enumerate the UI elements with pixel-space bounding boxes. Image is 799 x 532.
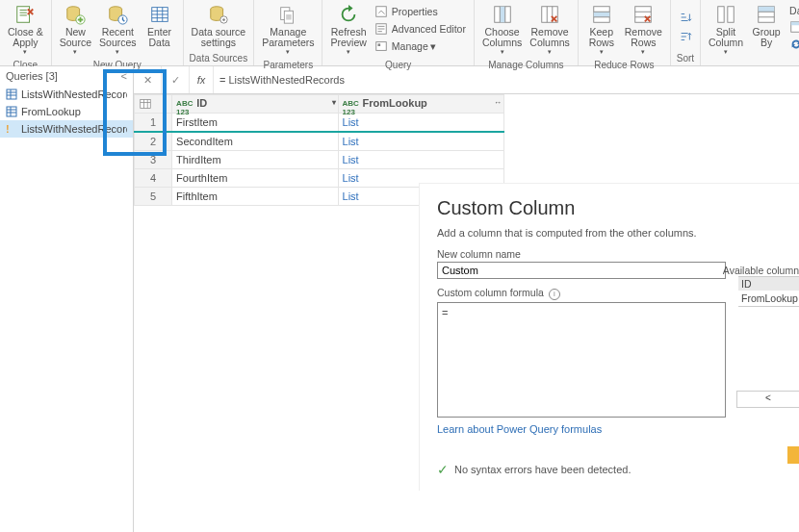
formula-text[interactable]: = ListsWithNestedRecords bbox=[214, 74, 799, 86]
collapse-pane-icon[interactable]: < bbox=[121, 70, 127, 82]
column-header-fromlookup-label: FromLookup bbox=[363, 97, 427, 109]
split-column-button[interactable]: SplitColumn ▾ bbox=[705, 2, 747, 58]
manage-parameters-icon bbox=[277, 4, 298, 25]
ribbon-group-sort: Sort bbox=[671, 0, 701, 65]
manage-label: Manage bbox=[392, 40, 428, 52]
type-icon-any: ABC123 bbox=[343, 99, 360, 111]
query-item[interactable]: !ListsWithNestedRecords (2) bbox=[0, 120, 133, 138]
recent-sources-button[interactable]: RecentSources ▾ bbox=[95, 2, 141, 58]
formula-label: Custom column formula i bbox=[437, 287, 782, 300]
table-corner[interactable] bbox=[135, 95, 172, 114]
ribbon-group-close: Close &Apply ▾ Close bbox=[0, 0, 52, 65]
table-icon bbox=[6, 106, 17, 117]
svg-rect-23 bbox=[728, 7, 734, 23]
queries-pane-title: Queries [3] bbox=[6, 70, 58, 82]
new-column-name-input[interactable] bbox=[437, 262, 726, 279]
available-columns-label: Available column bbox=[723, 265, 799, 276]
row-number: 5 bbox=[135, 188, 172, 206]
data-type-button[interactable]: Data Type: Any ▾ bbox=[787, 4, 799, 17]
cell-id[interactable]: ThirdItem bbox=[172, 151, 338, 169]
ribbon-group-sort-label: Sort bbox=[671, 53, 700, 65]
info-icon[interactable]: i bbox=[549, 289, 560, 300]
close-icon: ✕ bbox=[143, 74, 152, 87]
sort-asc-icon bbox=[679, 11, 692, 24]
table-row[interactable]: 1FirstItemList bbox=[135, 114, 504, 133]
choose-columns-button[interactable]: ChooseColumns ▾ bbox=[478, 2, 526, 58]
available-column-item[interactable]: ID bbox=[738, 277, 799, 291]
row-number: 2 bbox=[135, 132, 172, 151]
svg-rect-36 bbox=[141, 100, 151, 109]
column-header-fromlookup[interactable]: ABC123 FromLookup ↔ bbox=[338, 95, 503, 114]
remove-columns-icon bbox=[539, 4, 560, 25]
column-filter-dropdown[interactable]: ▾ bbox=[332, 98, 336, 107]
formula-cancel-button[interactable]: ✕ bbox=[134, 66, 162, 93]
formula-commit-button[interactable]: ✓ bbox=[162, 66, 190, 93]
choose-columns-icon bbox=[492, 4, 513, 25]
svg-rect-20 bbox=[594, 12, 610, 17]
data-source-settings-button[interactable]: Data sourcesettings bbox=[188, 2, 250, 51]
replace-values-icon bbox=[789, 38, 799, 51]
first-row-headers-button[interactable]: Use First Row as Headers ▾ bbox=[787, 19, 799, 35]
query-item[interactable]: FromLookup bbox=[0, 103, 133, 120]
cell-id[interactable]: FirstItem bbox=[172, 114, 338, 133]
cell-id[interactable]: FourthItem bbox=[172, 169, 338, 188]
refresh-icon bbox=[338, 4, 359, 25]
ribbon-group-reduce-rows: KeepRows ▾ RemoveRows ▾ Reduce Rows bbox=[579, 0, 671, 65]
table-row[interactable]: 3ThirdItemList bbox=[135, 151, 504, 169]
learn-link[interactable]: Learn about Power Query formulas bbox=[437, 423, 602, 435]
first-row-headers-icon bbox=[789, 20, 799, 34]
query-item[interactable]: ListsWithNestedRecords bbox=[0, 86, 133, 103]
advanced-editor-button[interactable]: Advanced Editor bbox=[373, 21, 468, 37]
enter-data-button[interactable]: EnterData bbox=[141, 2, 179, 58]
cell-fromlookup[interactable]: List bbox=[338, 151, 503, 169]
remove-rows-label: RemoveRows bbox=[625, 27, 662, 48]
ribbon-group-data-sources-label: Data Sources bbox=[184, 53, 254, 65]
manage-button[interactable]: Manage ▾ bbox=[373, 38, 468, 54]
split-column-label: SplitColumn bbox=[709, 27, 743, 48]
ribbon-group-parameters: ManageParameters ▾ Parameters bbox=[254, 0, 322, 65]
svg-rect-34 bbox=[7, 89, 16, 99]
column-expand-dropdown[interactable]: ↔ bbox=[494, 98, 502, 107]
enter-data-icon bbox=[149, 4, 170, 25]
query-item-label: ListsWithNestedRecords (2) bbox=[21, 123, 127, 135]
new-source-button[interactable]: NewSource ▾ bbox=[56, 2, 95, 58]
formula-input[interactable]: = bbox=[437, 302, 726, 418]
cell-id[interactable]: FifthItem bbox=[172, 188, 338, 206]
svg-rect-35 bbox=[7, 107, 16, 116]
refresh-preview-button[interactable]: RefreshPreview ▾ bbox=[326, 2, 370, 58]
cell-fromlookup[interactable]: List bbox=[338, 114, 503, 133]
cell-fromlookup[interactable]: List bbox=[338, 132, 503, 151]
ribbon-group-data-sources: Data sourcesettings Data Sources bbox=[184, 0, 255, 65]
sort-asc-button[interactable] bbox=[677, 10, 698, 25]
row-number: 3 bbox=[135, 151, 172, 169]
insert-column-button[interactable]: < bbox=[736, 391, 799, 408]
group-by-button[interactable]: GroupBy bbox=[747, 2, 786, 58]
manage-parameters-label: ManageParameters bbox=[262, 27, 314, 48]
properties-icon bbox=[374, 5, 388, 18]
dialog-ok-button[interactable] bbox=[787, 446, 799, 464]
keep-rows-label: KeepRows bbox=[589, 27, 614, 48]
table-icon bbox=[6, 89, 17, 100]
table-row[interactable]: 2SecondItemList bbox=[135, 132, 504, 151]
check-icon: ✓ bbox=[437, 462, 449, 477]
remove-rows-button[interactable]: RemoveRows ▾ bbox=[621, 2, 666, 58]
new-source-icon bbox=[64, 4, 86, 25]
properties-button[interactable]: Properties bbox=[373, 4, 468, 19]
available-column-item[interactable]: FromLookup bbox=[738, 291, 799, 306]
new-column-name-label: New column name bbox=[437, 248, 782, 260]
remove-columns-button[interactable]: RemoveColumns ▾ bbox=[526, 2, 573, 58]
manage-parameters-button[interactable]: ManageParameters ▾ bbox=[258, 2, 318, 58]
column-header-id[interactable]: ABC123 ID ▾ bbox=[172, 95, 338, 114]
sort-desc-icon bbox=[679, 30, 692, 43]
cell-id[interactable]: SecondItem bbox=[172, 132, 338, 151]
replace-values-button[interactable]: Replace Values bbox=[787, 37, 799, 52]
close-apply-button[interactable]: Close &Apply ▾ bbox=[4, 2, 47, 58]
keep-rows-button[interactable]: KeepRows ▾ bbox=[582, 2, 621, 58]
svg-point-8 bbox=[222, 18, 225, 21]
sort-desc-button[interactable] bbox=[677, 29, 698, 44]
check-icon: ✓ bbox=[171, 74, 180, 87]
advanced-editor-icon bbox=[374, 22, 388, 36]
group-by-label: GroupBy bbox=[752, 27, 780, 48]
choose-columns-label: ChooseColumns bbox=[482, 27, 522, 48]
row-number: 1 bbox=[135, 114, 172, 133]
